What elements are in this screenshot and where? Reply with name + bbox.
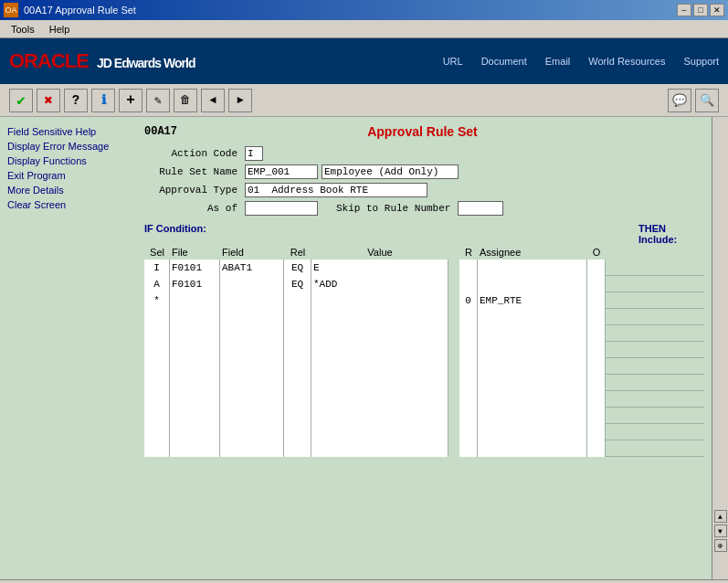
grid-cell-sel[interactable] <box>144 440 170 457</box>
grid-cell-r[interactable] <box>459 325 478 342</box>
grid-cell-assignee[interactable] <box>478 276 587 292</box>
grid-cell-rel[interactable] <box>284 292 311 309</box>
grid-cell-rel[interactable] <box>284 325 311 342</box>
grid-cell-value[interactable] <box>311 375 448 391</box>
grid-cell-sel[interactable]: A <box>144 276 170 292</box>
grid-sep[interactable] <box>448 292 459 309</box>
grid-cell-sel[interactable] <box>144 309 170 325</box>
grid-cell-value[interactable] <box>311 440 448 457</box>
grid-cell-r[interactable] <box>459 276 478 292</box>
grid-cell-sel[interactable] <box>144 391 170 408</box>
grid-cell-file[interactable] <box>170 309 220 325</box>
grid-cell-o[interactable] <box>587 292 606 309</box>
grid-cell-o[interactable] <box>587 260 606 276</box>
grid-cell-o[interactable] <box>587 342 606 358</box>
grid-sep[interactable] <box>448 408 459 424</box>
grid-cell-file[interactable] <box>170 391 220 408</box>
nav-document[interactable]: Document <box>481 56 527 67</box>
grid-cell-o[interactable] <box>587 440 606 457</box>
grid-sep[interactable] <box>448 260 459 276</box>
rule-set-input[interactable] <box>245 164 318 179</box>
grid-sep[interactable] <box>448 342 459 358</box>
grid-cell-r[interactable] <box>459 440 478 457</box>
grid-cell-field[interactable] <box>220 424 284 440</box>
grid-cell-rel[interactable] <box>284 375 311 391</box>
grid-cell-file[interactable] <box>170 292 220 309</box>
sidebar-item-clear-screen[interactable]: Clear Screen <box>4 197 133 212</box>
grid-cell-file[interactable]: F0101 <box>170 276 220 292</box>
grid-cell-field[interactable] <box>220 276 284 292</box>
chat-button[interactable]: 💬 <box>668 89 691 112</box>
grid-cell-r[interactable] <box>459 342 478 358</box>
help-button[interactable]: ? <box>64 89 88 112</box>
grid-cell-assignee[interactable] <box>478 440 587 457</box>
grid-cell-r[interactable] <box>459 358 478 375</box>
grid-cell-assignee[interactable] <box>478 309 587 325</box>
grid-cell-rel[interactable] <box>284 391 311 408</box>
sidebar-item-display-functions[interactable]: Display Functions <box>4 154 133 168</box>
grid-cell-field[interactable] <box>220 440 284 457</box>
grid-cell-rel[interactable] <box>284 342 311 358</box>
grid-cell-sel[interactable] <box>144 325 170 342</box>
sidebar-item-exit-program[interactable]: Exit Program <box>4 168 133 183</box>
cancel-button[interactable]: ✖ <box>37 89 60 112</box>
grid-cell-rel[interactable] <box>284 424 311 440</box>
grid-cell-o[interactable] <box>587 375 606 391</box>
menu-help[interactable]: Help <box>42 22 78 37</box>
search-button[interactable]: 🔍 <box>695 89 719 112</box>
grid-cell-rel[interactable] <box>284 309 311 325</box>
check-button[interactable]: ✔ <box>9 89 33 112</box>
grid-cell-o[interactable] <box>587 358 606 375</box>
grid-cell-file[interactable] <box>170 325 220 342</box>
grid-cell-r[interactable] <box>459 391 478 408</box>
grid-cell-sel[interactable] <box>144 342 170 358</box>
grid-cell-field[interactable] <box>220 325 284 342</box>
info-button[interactable]: ℹ <box>91 89 115 112</box>
grid-cell-file[interactable] <box>170 358 220 375</box>
grid-cell-assignee[interactable] <box>478 325 587 342</box>
grid-cell-value[interactable] <box>311 325 448 342</box>
nav-url[interactable]: URL <box>443 56 463 67</box>
next-button[interactable]: ► <box>228 89 252 112</box>
grid-cell-o[interactable] <box>587 408 606 424</box>
maximize-button[interactable]: □ <box>693 4 708 16</box>
grid-cell-assignee[interactable] <box>478 375 587 391</box>
edit-button[interactable]: ✎ <box>146 89 170 112</box>
grid-cell-value[interactable] <box>311 391 448 408</box>
grid-cell-r[interactable] <box>459 408 478 424</box>
scroll-up-button[interactable]: ▲ <box>714 510 727 523</box>
grid-sep[interactable] <box>448 391 459 408</box>
grid-cell-field[interactable] <box>220 342 284 358</box>
grid-cell-assignee[interactable] <box>478 424 587 440</box>
grid-cell-assignee[interactable] <box>478 358 587 375</box>
close-button[interactable]: ✕ <box>710 4 724 16</box>
grid-cell-field[interactable] <box>220 408 284 424</box>
grid-cell-assignee[interactable] <box>478 391 587 408</box>
grid-cell-sel[interactable] <box>144 408 170 424</box>
grid-sep[interactable] <box>448 440 459 457</box>
grid-cell-value[interactable] <box>311 342 448 358</box>
grid-cell-file[interactable] <box>170 408 220 424</box>
grid-cell-field[interactable] <box>220 358 284 375</box>
grid-cell-file[interactable] <box>170 424 220 440</box>
delete-button[interactable]: 🗑 <box>174 89 197 112</box>
grid-cell-rel[interactable] <box>284 440 311 457</box>
grid-cell-r[interactable] <box>459 309 478 325</box>
grid-cell-file[interactable] <box>170 342 220 358</box>
grid-cell-value[interactable]: E <box>311 260 448 276</box>
grid-cell-field[interactable] <box>220 375 284 391</box>
grid-cell-value[interactable] <box>311 292 448 309</box>
grid-cell-rel[interactable]: EQ <box>284 260 311 276</box>
grid-cell-assignee[interactable]: EMP_RTE <box>478 292 587 309</box>
nav-support[interactable]: Support <box>683 56 719 67</box>
grid-cell-o[interactable] <box>587 391 606 408</box>
grid-cell-value[interactable] <box>311 424 448 440</box>
grid-cell-field[interactable] <box>220 391 284 408</box>
grid-cell-rel[interactable] <box>284 358 311 375</box>
grid-cell-file[interactable]: F0101 <box>170 260 220 276</box>
sidebar-item-display-error-message[interactable]: Display Error Message <box>4 139 133 154</box>
grid-cell-assignee[interactable] <box>478 408 587 424</box>
scroll-down-button[interactable]: ▼ <box>714 525 727 537</box>
grid-cell-value[interactable] <box>311 309 448 325</box>
as-of-input[interactable] <box>245 201 318 216</box>
